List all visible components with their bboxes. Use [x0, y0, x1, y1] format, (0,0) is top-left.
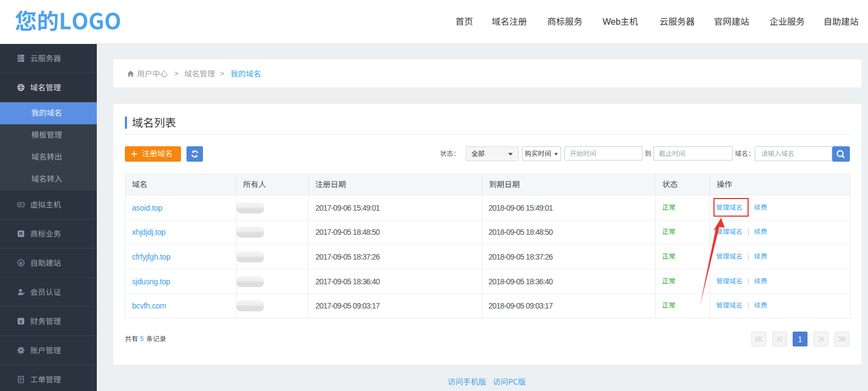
svg-text:R: R	[19, 230, 23, 236]
svg-text:¥: ¥	[19, 318, 23, 324]
svg-text:e: e	[19, 260, 23, 266]
